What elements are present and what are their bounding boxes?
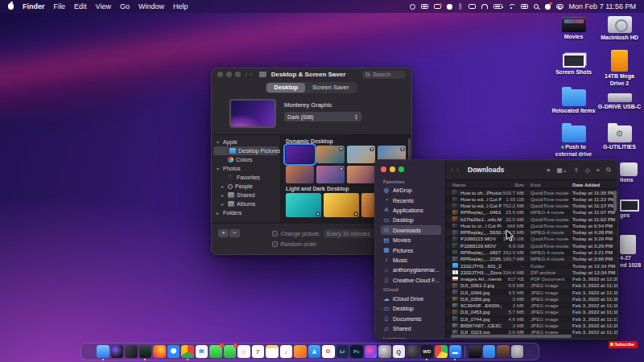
menu-item-window[interactable]: Window xyxy=(138,2,164,10)
dock-app-music[interactable]: ♪ xyxy=(280,345,293,358)
wallpaper-thumb-hello-green[interactable] xyxy=(286,193,321,217)
finder-sidebar-item-downloads[interactable]: ◎Downloads xyxy=(381,225,441,235)
wallpaper-mode-select[interactable]: Dark (Still) ▲▼ xyxy=(284,112,361,121)
prefs-sidebar-item-shared[interactable]: ▸Shared xyxy=(212,191,280,200)
file-row[interactable]: 2202JTH3...601_Done--FolderToday at 12:3… xyxy=(446,262,617,269)
file-row[interactable]: DJI_0356.jpg3 MBJPEG imageFeb 3, 2022 at… xyxy=(446,295,617,302)
desktop-icon-movies[interactable]: Movies xyxy=(551,13,597,49)
file-row[interactable]: How to ch...Photoshop500.7 MBQuickTime m… xyxy=(446,189,617,195)
dock-app-final-cut-pro[interactable] xyxy=(365,345,378,358)
file-row[interactable]: How to ed...l Cut Pro X1.65 GBQuickTime … xyxy=(446,195,617,202)
desktop-icon-relocated-items[interactable]: Relocated Items xyxy=(551,85,597,121)
column-kind[interactable]: Kind xyxy=(527,182,571,187)
finder-sidebar-item-music[interactable]: ♪Music xyxy=(381,255,441,265)
list-view-icon[interactable]: ≡ xyxy=(547,167,550,174)
dock-app-media-stack[interactable] xyxy=(497,345,510,358)
tab-screen-saver[interactable]: Screen Saver xyxy=(305,83,356,93)
file-row[interactable]: DJI_0066.jpg9.5 MBJPEG imageFeb 3, 2022 … xyxy=(446,289,617,295)
tag-icon[interactable]: ◇ xyxy=(585,167,590,174)
record-icon[interactable] xyxy=(410,4,415,10)
file-row[interactable]: RPReplay_...0463.MP425.9 MBMPEG-4 movieT… xyxy=(446,209,617,216)
display-icon[interactable] xyxy=(421,4,428,9)
dock-app-messages[interactable] xyxy=(209,345,222,358)
dock-app-wd-discovery[interactable]: WD xyxy=(421,345,434,358)
bluetooth-icon[interactable]: ᛒ xyxy=(458,3,462,10)
add-folder-button[interactable]: + xyxy=(218,229,229,237)
dock-app-notes[interactable] xyxy=(266,345,279,358)
dock-app-downloads-folder[interactable] xyxy=(483,345,496,358)
file-row[interactable]: P1088215.MOV17.25 GBQuickTime movieToday… xyxy=(446,236,617,242)
file-row[interactable]: RPReplay_...0827.MP4393.9 MBMPEG-4 movie… xyxy=(446,249,617,255)
change-picture-checkbox[interactable] xyxy=(272,231,278,237)
desktop-partial-icon[interactable]: ges xyxy=(620,200,644,219)
dock-app-home[interactable]: ⌂ xyxy=(237,345,250,358)
desktop-icon-g-utilities[interactable]: ⚙G-UTILITIES xyxy=(597,121,642,158)
file-row[interactable]: 2202JTH3..._Done.zip334.4 MBZIP archiveT… xyxy=(446,269,617,275)
dock-app-chrome[interactable] xyxy=(181,345,194,358)
finder-sidebar-item-icloud-drive[interactable]: ☁iCloud Drive xyxy=(381,294,441,303)
finder-sidebar-item-shared[interactable]: ▱Shared xyxy=(381,324,441,334)
battery-icon[interactable] xyxy=(493,4,502,9)
dock-app-photoshop[interactable]: Ps xyxy=(350,345,363,358)
prefs-sidebar-item-people[interactable]: ▸People xyxy=(212,182,280,191)
assistant-icon[interactable] xyxy=(447,4,452,10)
file-row[interactable]: 9C39A0F...E6006.jpg3 MBJPEG imageFeb 3, … xyxy=(446,302,617,309)
dock-app-photos[interactable]: ✿ xyxy=(322,345,335,358)
random-order-checkbox[interactable] xyxy=(272,241,278,247)
search-icon[interactable] xyxy=(534,4,539,10)
menu-bar-clock[interactable]: Mon Feb 7 11:56 PM xyxy=(569,2,636,10)
wallpaper-thumb-hello-yellow[interactable] xyxy=(324,193,359,217)
finder-sidebar-item-desktop[interactable]: ▭Desktop xyxy=(381,216,441,225)
dock-app-screen-share[interactable] xyxy=(139,345,152,358)
remove-folder-button[interactable]: − xyxy=(229,229,240,237)
menu-item-file[interactable]: File xyxy=(54,2,66,10)
dock-app-quicktime[interactable]: Q xyxy=(393,345,406,358)
finder-sidebar-item-airdrop[interactable]: ◍AirDrop xyxy=(381,186,441,195)
show-all-icon[interactable] xyxy=(259,72,266,77)
dock-app-trash[interactable] xyxy=(511,345,524,358)
tab-desktop[interactable]: Desktop xyxy=(266,83,305,93)
dock-app-zoom[interactable]: ▬ xyxy=(449,345,462,358)
file-row[interactable]: B6587A87...CE3C0.jpg3 MBJPEG imageFeb 3,… xyxy=(446,322,617,328)
prefs-sidebar-item-desktop-pictures[interactable]: Desktop Pictures xyxy=(213,146,279,155)
column-date-added[interactable]: Date Added xyxy=(571,182,617,187)
prefs-sidebar-item-albums[interactable]: ▸Albums xyxy=(212,200,280,208)
search-icon[interactable] xyxy=(606,167,611,172)
file-row[interactable]: How to cr...l Cut Pro X348 MBQuickTime m… xyxy=(446,222,617,228)
file-row[interactable]: RPReplay_...5630.MP4348.5 MBMPEG-4 movie… xyxy=(446,229,617,236)
file-row[interactable]: DJI_0453.jpg5.7 MBJPEG imageFeb 3, 2022 … xyxy=(446,309,617,315)
dock-app-launchpad[interactable] xyxy=(125,345,138,358)
wallpaper-thumb-monterey[interactable] xyxy=(286,146,314,163)
file-row[interactable]: DJI_0744.jpg4.6 MBJPEG imageFeb 3, 2022 … xyxy=(446,315,617,322)
file-row[interactable]: How to ed...l Cut Pro X752.2 MBQuickTime… xyxy=(446,203,617,209)
back-forward-icons[interactable]: ‹› xyxy=(451,166,462,174)
wallpaper-thumb-the-lake[interactable] xyxy=(316,166,345,183)
dock-app-compressor[interactable] xyxy=(378,345,391,358)
finder-sidebar-item-recents[interactable]: ◔Recents xyxy=(381,195,441,205)
file-row[interactable]: DJI_0061-2.jpg5.5 MBJPEG imageFeb 3, 202… xyxy=(446,282,617,289)
prefs-sidebar-item-folders[interactable]: ▸Folders xyxy=(212,208,280,217)
apple-menu-icon[interactable] xyxy=(8,3,14,10)
control-center-icon[interactable] xyxy=(556,4,564,9)
prefs-sidebar-item-colors[interactable]: Colors xyxy=(212,155,280,164)
desktop-icon-14tb-mega-drive-2[interactable]: 14TB Mega Drive 2 xyxy=(597,49,642,85)
prefs-back-forward-icons[interactable]: ‹› xyxy=(246,71,254,78)
dock-app-safari[interactable] xyxy=(167,345,180,358)
more-icon[interactable]: » xyxy=(597,167,600,174)
finder-sidebar-item-movies[interactable]: ▤Movies xyxy=(381,235,441,245)
finder-sidebar-item-documents[interactable]: ▯Documents xyxy=(381,314,441,323)
wifi-icon[interactable] xyxy=(508,4,515,10)
wallpaper-thumb-the-cliff[interactable] xyxy=(286,166,314,183)
prefs-sidebar-item-photos[interactable]: ▾Photos xyxy=(212,164,280,173)
finder-sidebar-item-creative-cloud-f-[interactable]: ▯Creative Cloud F... xyxy=(381,275,441,285)
window-manager-icon[interactable] xyxy=(521,4,528,9)
desktop-partial-icon[interactable]: 4-27nd 1028 xyxy=(620,235,644,269)
wallpaper-thumb-catalina[interactable] xyxy=(347,146,375,163)
dock-app-app-store[interactable]: A xyxy=(308,345,321,358)
finder-sidebar-item-anthonygiammar-[interactable]: ⌂anthonygiammar... xyxy=(381,265,441,275)
file-row[interactable]: b27fa26e1...e4c.MOV32.5 MBQuickTime movi… xyxy=(446,216,617,222)
column-size[interactable]: Size xyxy=(502,182,527,187)
headphones-icon[interactable] xyxy=(481,4,488,9)
menu-item-view[interactable]: View xyxy=(96,2,111,10)
dock-app-graphics-app[interactable] xyxy=(294,345,307,358)
